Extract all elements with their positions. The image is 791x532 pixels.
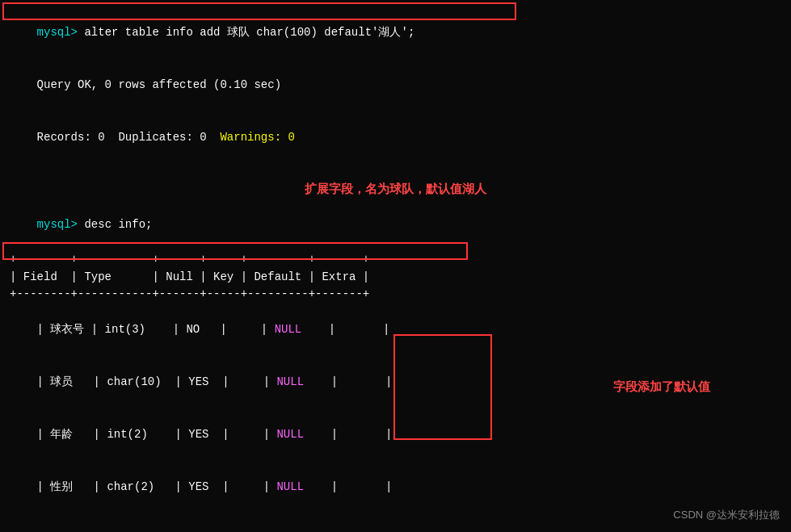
right-annotation-container: 字段添加了默认值 [613,379,710,395]
query-ok-line: Query OK, 0 rows affected (0.10 sec) [10,59,781,111]
desc-command: desc info; [84,218,152,231]
prompt-2: mysql> [37,218,85,231]
desc-command-line: mysql> desc info; [10,199,781,251]
right-annotation: 字段添加了默认值 [613,379,710,393]
table-row-age: | 年龄 | int(2) | YES | | NULL | | [10,408,781,461]
table-row-jersey: | 球衣号 | int(3) | NO | | NULL | | [10,304,781,356]
table-header-border: +--------+-----------+------+-----+-----… [10,286,781,304]
terminal: mysql> alter table info add 球队 char(100)… [0,0,791,532]
top-annotation-container: 扩展字段，名为球队，默认值湖人 [10,182,781,197]
command-line: mysql> alter table info add 球队 char(100)… [10,6,781,59]
blank-line-1 [10,164,781,182]
table-row-gender: | 性别 | char(2) | YES | | NULL | | [10,461,781,513]
top-annotation: 扩展字段，名为球队，默认值湖人 [305,182,486,195]
csdn-badge: CSDN @达米安利拉德 [673,508,780,522]
table-header: | Field | Type | Null | Key | Default | … [10,269,781,287]
prompt: mysql> [37,26,85,39]
table-border-top: +--------+-----------+------+-----+-----… [10,251,781,269]
records-line: Records: 0 Duplicates: 0 Warnings: 0 [10,111,781,164]
sql-command: alter table info add 球队 char(100) defaul… [84,26,414,39]
table-row-team: | 球队 | char(100) | YES | | 湖人 | | [10,513,781,532]
